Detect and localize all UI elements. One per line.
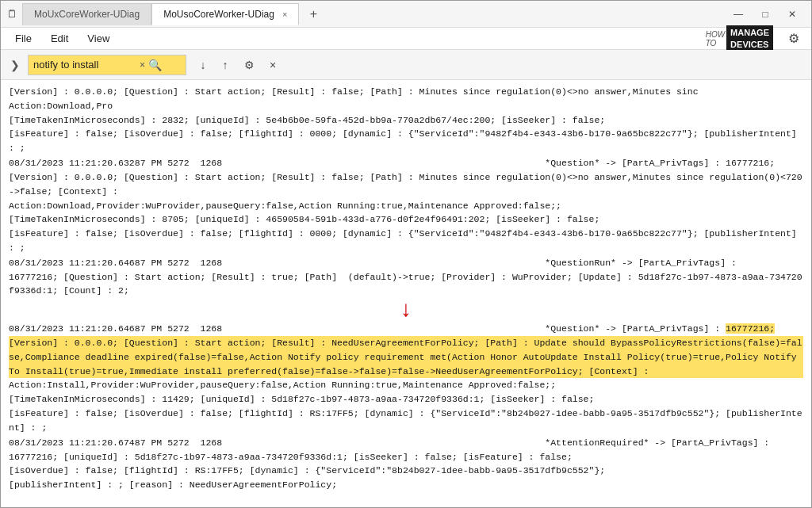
new-tab-button[interactable]: + (302, 3, 324, 25)
arrow-down-icon: ↓ (400, 300, 413, 322)
log-line: 16777216; [Question] : Start action; [Re… (9, 270, 803, 299)
log-line: Action:Download,Provider:WuProvider,paus… (9, 199, 803, 213)
search-close-button[interactable]: × (262, 55, 283, 75)
log-line: 08/31/2023 11:21:20.67487 PM 5272 1268 *… (9, 436, 803, 450)
search-options-button[interactable]: ⚙ (239, 55, 259, 75)
log-line: 16777216; [uniqueId] : 5d18f27c-1b97-487… (9, 450, 803, 464)
log-line: Action:Download,Pro (9, 99, 803, 113)
log-line: [isFeature] : false; [isOverdue] : false… (9, 127, 803, 155)
menu-view[interactable]: View (79, 30, 117, 47)
search-find-button[interactable]: 🔍 (148, 59, 162, 71)
log-block-1: [Version] : 0.0.0.0; [Question] : Start … (9, 85, 803, 155)
window-controls: — □ ✕ (726, 3, 805, 25)
log-block-5: 08/31/2023 11:21:20.67487 PM 5272 1268 *… (9, 436, 803, 492)
title-bar: 🗒 MoUxCoreWorker-UDiag MoUsoCoreWorker-U… (1, 1, 811, 28)
brand-manage-devices: MANAGEDEVICES (726, 25, 773, 52)
search-clear-button[interactable]: × (140, 59, 145, 71)
highlight-partatags: 16777216; (726, 323, 775, 334)
log-line: 08/31/2023 11:21:20.63287 PM 5272 1268 *… (9, 156, 803, 170)
search-nav-buttons: ↓ ↑ (193, 55, 236, 75)
close-button[interactable]: ✕ (779, 3, 805, 25)
minimize-button[interactable]: — (726, 3, 751, 25)
tab-close-button[interactable]: × (282, 10, 287, 19)
search-nav-up-button[interactable]: ↑ (215, 55, 236, 75)
menu-file[interactable]: File (7, 30, 40, 47)
brand-how: HOWTO (706, 30, 725, 48)
tab-active-1[interactable]: MoUsoCoreWorker-UDiag × (151, 3, 299, 25)
maximize-button[interactable]: □ (753, 3, 778, 25)
log-block-4: 08/31/2023 11:21:20.64687 PM 5272 1268 *… (9, 322, 803, 435)
log-line: [TimeTakenInMicroseconds] : 8705; [uniqu… (9, 212, 803, 227)
tab-inactive-1[interactable]: MoUxCoreWorker-UDiag (22, 3, 151, 25)
log-line: [publisherIntent] : ; [reason] : NeedUse… (9, 478, 803, 492)
log-block-2: 08/31/2023 11:21:20.63287 PM 5272 1268 *… (9, 156, 803, 255)
search-input[interactable] (33, 59, 136, 71)
red-arrow-indicator: ↓ (9, 300, 803, 322)
log-line: [isOverdue] : false; [flightId] : RS:17F… (9, 464, 803, 478)
tab-inactive-label: MoUxCoreWorker-UDiag (34, 9, 140, 20)
content-area[interactable]: [Version] : 0.0.0.0; [Question] : Start … (1, 80, 811, 507)
log-line: [TimeTakenInMicroseconds] : 2832; [uniqu… (9, 113, 803, 128)
log-line: [Version] : 0.0.0.0; [Question] : Start … (9, 170, 803, 199)
search-expand-button[interactable]: ❯ (6, 55, 25, 75)
log-line: [TimeTakenInMicroseconds] : 11429; [uniq… (9, 392, 803, 407)
tab-active-label: MoUsoCoreWorker-UDiag (163, 9, 274, 20)
menu-bar: File Edit View HOWTO MANAGEDEVICES ⚙ (1, 28, 811, 50)
menu-edit[interactable]: Edit (43, 30, 76, 47)
search-nav-down-button[interactable]: ↓ (193, 55, 213, 75)
log-line: Action:Install,Provider:WuProvider,pause… (9, 378, 803, 392)
log-line: [isFeature] : false; [isOverdue] : false… (9, 407, 803, 435)
log-line-highlighted: [Version] : 0.0.0.0; [Question] : Start … (9, 336, 803, 378)
log-line: 08/31/2023 11:21:20.64687 PM 5272 1268 *… (9, 322, 803, 336)
log-block-3: 08/31/2023 11:21:20.64687 PM 5272 1268 *… (9, 256, 803, 298)
search-input-wrapper: × 🔍 (28, 55, 186, 75)
log-line: [isFeature] : false; [isOverdue] : false… (9, 227, 803, 255)
brand-logo: HOWTO MANAGEDEVICES (706, 25, 773, 52)
chevron-right-icon: ❯ (10, 59, 20, 71)
window-icon: 🗒 (7, 8, 17, 20)
log-line: 08/31/2023 11:21:20.64687 PM 5272 1268 *… (9, 256, 803, 270)
tab-area: 🗒 MoUxCoreWorker-UDiag MoUsoCoreWorker-U… (7, 3, 726, 25)
main-window: 🗒 MoUxCoreWorker-UDiag MoUsoCoreWorker-U… (0, 0, 812, 508)
log-line: [Version] : 0.0.0.0; [Question] : Start … (9, 85, 803, 99)
settings-icon[interactable]: ⚙ (783, 28, 805, 50)
search-bar: ❯ × 🔍 ↓ ↑ ⚙ × (1, 50, 811, 80)
